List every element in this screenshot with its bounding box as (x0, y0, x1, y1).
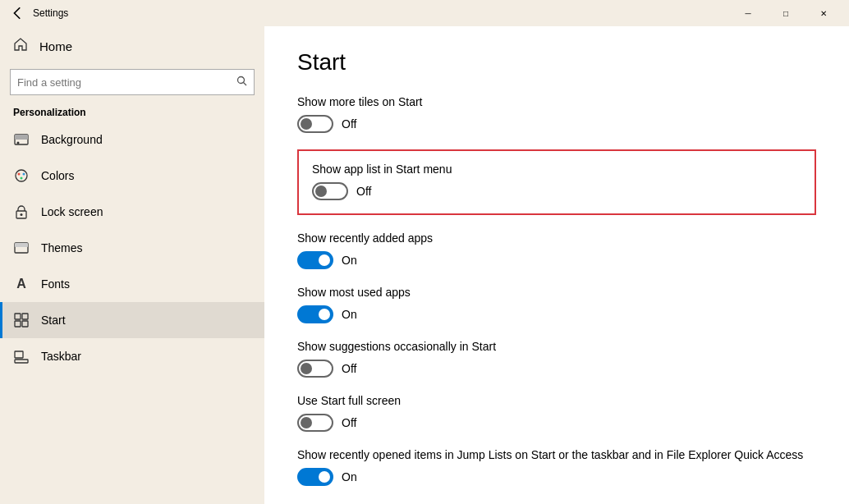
sidebar-section-label: Personalization (0, 102, 264, 121)
toggle-full-screen[interactable] (297, 414, 333, 432)
svg-point-0 (238, 77, 245, 84)
sidebar-item-lock-screen[interactable]: Lock screen (0, 194, 264, 230)
svg-point-5 (16, 170, 27, 181)
toggle-suggestions-thumb (301, 363, 312, 374)
setting-recently-added-label: Show recently added apps (297, 231, 816, 245)
svg-rect-16 (22, 321, 28, 327)
toggle-app-list[interactable] (312, 182, 348, 200)
sidebar-label-fonts: Fonts (41, 277, 70, 291)
setting-recently-added: Show recently added apps On (297, 231, 816, 269)
setting-more-tiles: Show more tiles on Start Off (297, 95, 816, 133)
sidebar-item-background[interactable]: Background (0, 121, 264, 158)
toggle-app-list-state: Off (356, 185, 371, 198)
background-icon (13, 131, 30, 148)
highlighted-setting-box: Show app list in Start menu Off (297, 149, 816, 215)
colors-icon (13, 167, 30, 184)
toggle-suggestions[interactable] (297, 360, 333, 378)
setting-recent-items: Show recently opened items in Jump Lists… (297, 448, 816, 486)
toggle-more-tiles-thumb (301, 118, 312, 130)
toggle-recent-items-state: On (342, 470, 357, 483)
sidebar-label-start: Start (41, 314, 66, 327)
svg-point-8 (21, 177, 23, 180)
fonts-icon: A (13, 276, 30, 292)
sidebar-label-lock-screen: Lock screen (41, 205, 103, 218)
svg-rect-13 (15, 314, 21, 319)
toggle-most-used-state: On (342, 308, 357, 321)
window-controls: ─ □ ✕ (729, 0, 842, 26)
content-area: Start Show more tiles on Start Off Show … (264, 26, 849, 504)
search-input[interactable] (17, 76, 236, 89)
toggle-recently-added[interactable] (297, 251, 333, 269)
toggle-most-used-row: On (297, 305, 816, 323)
setting-full-screen: Use Start full screen Off (297, 394, 816, 432)
sidebar-item-themes[interactable]: Themes (0, 230, 264, 266)
page-title: Start (297, 49, 816, 76)
home-icon (13, 37, 28, 55)
svg-point-6 (18, 173, 21, 176)
search-icon (236, 76, 247, 89)
sidebar-item-colors[interactable]: Colors (0, 158, 264, 194)
setting-suggestions-label: Show suggestions occasionally in Start (297, 340, 816, 353)
toggle-recently-added-row: On (297, 251, 816, 269)
titlebar-title: Settings (33, 7, 68, 19)
setting-app-list-label: Show app list in Start menu (312, 163, 801, 176)
sidebar-label-themes: Themes (41, 241, 83, 254)
sidebar: Home Personalization Backg (0, 26, 264, 504)
setting-full-screen-label: Use Start full screen (297, 394, 816, 407)
svg-rect-3 (15, 135, 28, 140)
svg-point-10 (21, 213, 23, 216)
sidebar-item-taskbar[interactable]: Taskbar (0, 338, 264, 374)
toggle-recently-added-thumb (319, 254, 330, 266)
svg-rect-18 (15, 351, 23, 358)
svg-rect-15 (15, 321, 21, 327)
toggle-most-used-thumb (319, 309, 330, 320)
toggle-more-tiles-row: Off (297, 115, 816, 133)
toggle-full-screen-state: Off (342, 416, 356, 429)
setting-recent-items-label: Show recently opened items in Jump Lists… (297, 448, 816, 461)
toggle-recent-items-thumb (319, 471, 330, 483)
sidebar-item-fonts[interactable]: A Fonts (0, 266, 264, 302)
toggle-more-tiles[interactable] (297, 115, 333, 133)
sidebar-label-background: Background (41, 133, 103, 146)
toggle-recently-added-state: On (342, 254, 357, 267)
svg-rect-17 (15, 360, 28, 363)
app-container: Home Personalization Backg (0, 26, 849, 504)
taskbar-icon (13, 348, 30, 364)
toggle-recent-items-row: On (297, 468, 816, 486)
sidebar-item-start[interactable]: Start (0, 302, 264, 338)
back-button[interactable] (7, 2, 30, 25)
toggle-app-list-row: Off (312, 182, 801, 200)
svg-rect-14 (22, 314, 28, 319)
setting-suggestions: Show suggestions occasionally in Start O… (297, 340, 816, 378)
svg-point-4 (17, 142, 20, 144)
toggle-recent-items[interactable] (297, 468, 333, 486)
setting-most-used: Show most used apps On (297, 286, 816, 323)
close-button[interactable]: ✕ (805, 0, 842, 26)
toggle-most-used[interactable] (297, 305, 333, 323)
svg-point-7 (23, 173, 25, 176)
toggle-app-list-thumb (315, 186, 327, 197)
themes-icon (13, 240, 30, 256)
sidebar-label-colors: Colors (41, 169, 74, 182)
titlebar: Settings ─ □ ✕ (0, 0, 849, 26)
setting-most-used-label: Show most used apps (297, 286, 816, 299)
sidebar-search-box[interactable] (10, 69, 255, 95)
svg-line-1 (244, 83, 247, 86)
lock-icon (13, 204, 30, 220)
minimize-button[interactable]: ─ (729, 0, 767, 26)
sidebar-item-home[interactable]: Home (0, 26, 264, 66)
toggle-more-tiles-state: Off (342, 117, 356, 131)
restore-button[interactable]: □ (767, 0, 805, 26)
toggle-full-screen-row: Off (297, 414, 816, 432)
setting-more-tiles-label: Show more tiles on Start (297, 95, 816, 108)
svg-rect-12 (15, 243, 28, 247)
toggle-suggestions-state: Off (342, 362, 356, 375)
home-label: Home (39, 39, 72, 53)
sidebar-label-taskbar: Taskbar (41, 350, 81, 363)
start-icon (13, 312, 30, 328)
toggle-full-screen-thumb (301, 417, 312, 428)
toggle-suggestions-row: Off (297, 360, 816, 378)
